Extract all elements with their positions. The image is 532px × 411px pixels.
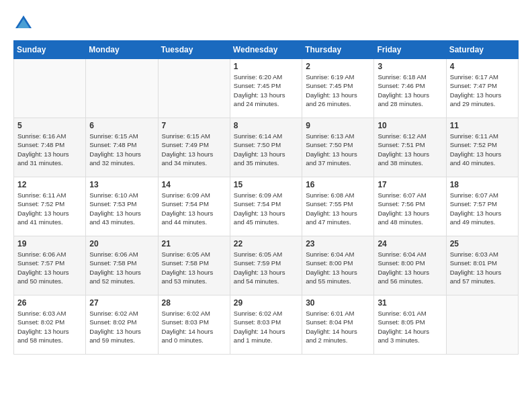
calendar-cell [446, 295, 518, 355]
calendar-week-row: 19Sunrise: 6:06 AM Sunset: 7:57 PM Dayli… [14, 236, 519, 295]
column-header-wednesday: Wednesday [230, 41, 302, 59]
calendar-cell: 3Sunrise: 6:18 AM Sunset: 7:46 PM Daylig… [374, 59, 446, 118]
day-number: 25 [450, 239, 515, 248]
cell-content: Sunrise: 6:20 AM Sunset: 7:45 PM Dayligh… [234, 73, 298, 108]
day-number: 16 [306, 180, 370, 189]
day-number: 21 [162, 239, 226, 248]
cell-content: Sunrise: 6:16 AM Sunset: 7:48 PM Dayligh… [17, 132, 82, 167]
cell-content: Sunrise: 6:01 AM Sunset: 8:04 PM Dayligh… [306, 309, 370, 345]
calendar-table: SundayMondayTuesdayWednesdayThursdayFrid… [13, 40, 519, 355]
calendar-header-row: SundayMondayTuesdayWednesdayThursdayFrid… [14, 41, 519, 59]
cell-content: Sunrise: 6:08 AM Sunset: 7:55 PM Dayligh… [306, 191, 370, 226]
cell-content: Sunrise: 6:10 AM Sunset: 7:53 PM Dayligh… [89, 191, 154, 226]
calendar-week-row: 12Sunrise: 6:11 AM Sunset: 7:52 PM Dayli… [14, 177, 519, 236]
cell-content: Sunrise: 6:15 AM Sunset: 7:48 PM Dayligh… [89, 132, 154, 167]
cell-content: Sunrise: 6:02 AM Sunset: 8:02 PM Dayligh… [89, 309, 154, 345]
calendar-cell: 28Sunrise: 6:02 AM Sunset: 8:03 PM Dayli… [158, 295, 230, 355]
calendar-cell: 8Sunrise: 6:14 AM Sunset: 7:50 PM Daylig… [230, 118, 302, 177]
cell-content: Sunrise: 6:06 AM Sunset: 7:58 PM Dayligh… [89, 250, 154, 285]
calendar-cell: 4Sunrise: 6:17 AM Sunset: 7:47 PM Daylig… [446, 59, 518, 118]
calendar-cell: 13Sunrise: 6:10 AM Sunset: 7:53 PM Dayli… [86, 177, 158, 236]
calendar-cell [158, 59, 230, 118]
day-number: 6 [89, 121, 154, 130]
calendar-week-row: 1Sunrise: 6:20 AM Sunset: 7:45 PM Daylig… [14, 59, 519, 118]
day-number: 29 [234, 298, 298, 308]
calendar-cell: 5Sunrise: 6:16 AM Sunset: 7:48 PM Daylig… [14, 118, 86, 177]
cell-content: Sunrise: 6:04 AM Sunset: 8:00 PM Dayligh… [306, 250, 370, 285]
day-number: 20 [89, 239, 154, 248]
calendar-cell: 11Sunrise: 6:11 AM Sunset: 7:52 PM Dayli… [446, 118, 518, 177]
calendar-cell: 18Sunrise: 6:07 AM Sunset: 7:57 PM Dayli… [446, 177, 518, 236]
column-header-monday: Monday [86, 41, 158, 59]
cell-content: Sunrise: 6:11 AM Sunset: 7:52 PM Dayligh… [450, 132, 515, 167]
cell-content: Sunrise: 6:07 AM Sunset: 7:57 PM Dayligh… [450, 191, 515, 226]
day-number: 1 [234, 62, 298, 71]
cell-content: Sunrise: 6:02 AM Sunset: 8:03 PM Dayligh… [234, 309, 298, 345]
calendar-cell: 27Sunrise: 6:02 AM Sunset: 8:02 PM Dayli… [86, 295, 158, 355]
calendar-cell: 1Sunrise: 6:20 AM Sunset: 7:45 PM Daylig… [230, 59, 302, 118]
day-number: 24 [378, 239, 442, 248]
cell-content: Sunrise: 6:02 AM Sunset: 8:03 PM Dayligh… [162, 309, 226, 345]
calendar-cell: 24Sunrise: 6:04 AM Sunset: 8:00 PM Dayli… [374, 236, 446, 295]
cell-content: Sunrise: 6:01 AM Sunset: 8:05 PM Dayligh… [378, 309, 442, 345]
day-number: 23 [306, 239, 370, 248]
day-number: 19 [17, 239, 82, 248]
logo-icon [13, 13, 34, 34]
day-number: 27 [89, 298, 154, 308]
calendar-cell: 23Sunrise: 6:04 AM Sunset: 8:00 PM Dayli… [302, 236, 374, 295]
calendar-cell: 25Sunrise: 6:03 AM Sunset: 8:01 PM Dayli… [446, 236, 518, 295]
cell-content: Sunrise: 6:18 AM Sunset: 7:46 PM Dayligh… [378, 73, 442, 108]
cell-content: Sunrise: 6:11 AM Sunset: 7:52 PM Dayligh… [17, 191, 82, 226]
cell-content: Sunrise: 6:19 AM Sunset: 7:45 PM Dayligh… [306, 73, 370, 108]
cell-content: Sunrise: 6:13 AM Sunset: 7:50 PM Dayligh… [306, 132, 370, 167]
cell-content: Sunrise: 6:14 AM Sunset: 7:50 PM Dayligh… [234, 132, 298, 167]
calendar-cell [86, 59, 158, 118]
calendar-cell: 2Sunrise: 6:19 AM Sunset: 7:45 PM Daylig… [302, 59, 374, 118]
column-header-sunday: Sunday [14, 41, 86, 59]
calendar-cell: 10Sunrise: 6:12 AM Sunset: 7:51 PM Dayli… [374, 118, 446, 177]
day-number: 12 [17, 180, 82, 189]
cell-content: Sunrise: 6:03 AM Sunset: 8:02 PM Dayligh… [17, 309, 82, 345]
day-number: 14 [162, 180, 226, 189]
column-header-saturday: Saturday [446, 41, 518, 59]
day-number: 10 [378, 121, 442, 130]
calendar-cell: 15Sunrise: 6:09 AM Sunset: 7:54 PM Dayli… [230, 177, 302, 236]
day-number: 9 [306, 121, 370, 130]
cell-content: Sunrise: 6:06 AM Sunset: 7:57 PM Dayligh… [17, 250, 82, 285]
calendar-cell: 31Sunrise: 6:01 AM Sunset: 8:05 PM Dayli… [374, 295, 446, 355]
cell-content: Sunrise: 6:05 AM Sunset: 7:58 PM Dayligh… [162, 250, 226, 285]
cell-content: Sunrise: 6:17 AM Sunset: 7:47 PM Dayligh… [450, 73, 515, 108]
day-number: 7 [162, 121, 226, 130]
cell-content: Sunrise: 6:04 AM Sunset: 8:00 PM Dayligh… [378, 250, 442, 285]
day-number: 17 [378, 180, 442, 189]
column-header-thursday: Thursday [302, 41, 374, 59]
calendar-cell: 22Sunrise: 6:05 AM Sunset: 7:59 PM Dayli… [230, 236, 302, 295]
day-number: 8 [234, 121, 298, 130]
calendar-cell: 29Sunrise: 6:02 AM Sunset: 8:03 PM Dayli… [230, 295, 302, 355]
calendar-cell: 9Sunrise: 6:13 AM Sunset: 7:50 PM Daylig… [302, 118, 374, 177]
day-number: 15 [234, 180, 298, 189]
calendar-cell: 12Sunrise: 6:11 AM Sunset: 7:52 PM Dayli… [14, 177, 86, 236]
calendar-cell: 19Sunrise: 6:06 AM Sunset: 7:57 PM Dayli… [14, 236, 86, 295]
page-header [13, 13, 519, 34]
day-number: 30 [306, 298, 370, 308]
calendar-week-row: 26Sunrise: 6:03 AM Sunset: 8:02 PM Dayli… [14, 295, 519, 355]
day-number: 18 [450, 180, 515, 189]
calendar-cell: 17Sunrise: 6:07 AM Sunset: 7:56 PM Dayli… [374, 177, 446, 236]
calendar-cell: 26Sunrise: 6:03 AM Sunset: 8:02 PM Dayli… [14, 295, 86, 355]
day-number: 31 [378, 298, 442, 308]
calendar-cell: 20Sunrise: 6:06 AM Sunset: 7:58 PM Dayli… [86, 236, 158, 295]
day-number: 4 [450, 62, 515, 71]
cell-content: Sunrise: 6:09 AM Sunset: 7:54 PM Dayligh… [162, 191, 226, 226]
day-number: 22 [234, 239, 298, 248]
calendar-cell: 14Sunrise: 6:09 AM Sunset: 7:54 PM Dayli… [158, 177, 230, 236]
calendar-week-row: 5Sunrise: 6:16 AM Sunset: 7:48 PM Daylig… [14, 118, 519, 177]
calendar-cell: 30Sunrise: 6:01 AM Sunset: 8:04 PM Dayli… [302, 295, 374, 355]
cell-content: Sunrise: 6:03 AM Sunset: 8:01 PM Dayligh… [450, 250, 515, 285]
calendar-cell: 7Sunrise: 6:15 AM Sunset: 7:49 PM Daylig… [158, 118, 230, 177]
cell-content: Sunrise: 6:09 AM Sunset: 7:54 PM Dayligh… [234, 191, 298, 226]
day-number: 26 [17, 298, 82, 308]
day-number: 3 [378, 62, 442, 71]
calendar-cell: 16Sunrise: 6:08 AM Sunset: 7:55 PM Dayli… [302, 177, 374, 236]
cell-content: Sunrise: 6:07 AM Sunset: 7:56 PM Dayligh… [378, 191, 442, 226]
